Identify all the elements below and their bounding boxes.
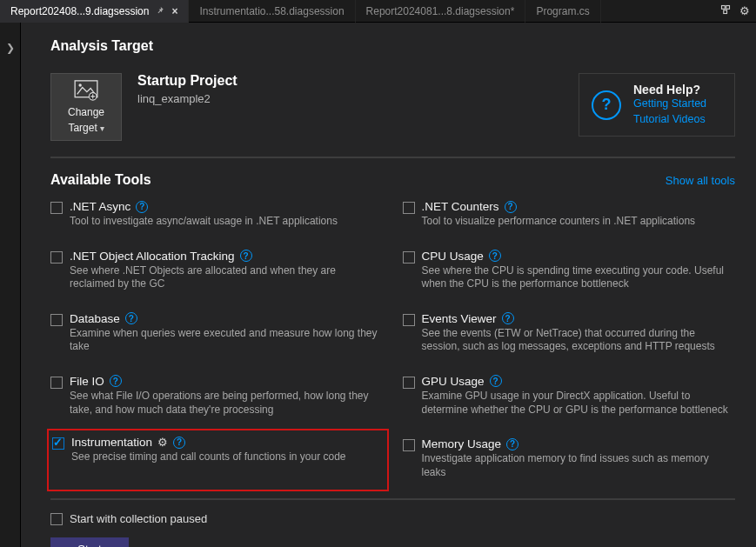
change-target-button[interactable]: Change Target — [50, 73, 122, 141]
expand-chevron-icon[interactable]: ❯ — [0, 42, 20, 54]
tool-checkbox-net-object-allocation-tracking[interactable] — [50, 251, 63, 263]
tool-gpu-usage: GPU Usage ?Examine GPU usage in your Dir… — [403, 371, 736, 420]
info-icon[interactable]: ? — [240, 250, 252, 262]
tool-checkbox-instrumentation[interactable] — [52, 437, 64, 450]
tool-events-viewer: Events Viewer ?See the events (ETW or Ne… — [403, 309, 736, 357]
tool-database: Database ?Examine when queries were exec… — [50, 309, 384, 357]
info-icon[interactable]: ? — [505, 201, 517, 213]
tool-checkbox-gpu-usage[interactable] — [403, 377, 415, 389]
tab-report-8[interactable]: Report2024081...8.diagsession* — [356, 0, 526, 23]
tab-label: Report2024081...8.diagsession* — [366, 5, 515, 17]
tool-checkbox-memory-usage[interactable] — [403, 439, 415, 451]
info-icon[interactable]: ? — [506, 438, 518, 450]
show-all-tools-link[interactable]: Show all tools — [666, 174, 735, 187]
tool-name: Instrumentation ⚙ ? — [71, 436, 382, 449]
tool-cpu-usage: CPU Usage ?See where the CPU is spending… — [403, 246, 736, 295]
tool-name: .NET Async ? — [70, 200, 384, 213]
window-menu-icon[interactable] — [718, 4, 733, 17]
help-title: Need Help? — [633, 83, 706, 97]
info-icon[interactable]: ? — [490, 375, 502, 387]
tool-name: Events Viewer ? — [422, 312, 736, 325]
tool-net-async: .NET Async ?Tool to investigate async/aw… — [50, 197, 384, 232]
tool-desc: See precise timing and call counts of fu… — [71, 450, 382, 464]
info-icon[interactable]: ? — [136, 201, 148, 213]
pin-icon[interactable] — [156, 5, 164, 17]
close-icon[interactable]: × — [171, 5, 177, 17]
help-link-getting-started[interactable]: Getting Started — [633, 97, 706, 112]
info-icon[interactable]: ? — [173, 437, 185, 449]
analysis-target-heading: Analysis Target — [50, 38, 735, 54]
tool-desc: See where .NET Objects are allocated and… — [70, 264, 384, 291]
info-icon[interactable]: ? — [489, 250, 501, 262]
tab-program-cs[interactable]: Program.cs — [525, 0, 600, 23]
svg-rect-2 — [724, 10, 727, 14]
svg-rect-0 — [722, 6, 726, 10]
target-image-icon — [74, 80, 98, 101]
tab-label: Instrumentatio...58.diagsession — [199, 5, 344, 17]
tool-name: Memory Usage ? — [422, 437, 736, 450]
tool-name: .NET Counters ? — [422, 200, 736, 213]
tool-checkbox-net-async[interactable] — [50, 202, 63, 214]
tool-instrumentation: Instrumentation ⚙ ?See precise timing an… — [47, 429, 389, 491]
analysis-target-row: Change Target Startup Project linq_examp… — [50, 64, 735, 158]
tool-checkbox-cpu-usage[interactable] — [403, 251, 415, 263]
change-target-label-1: Change — [68, 106, 104, 118]
tool-checkbox-database[interactable] — [50, 314, 63, 326]
target-subtitle: linq_example2 — [137, 92, 238, 105]
tool-desc: Examine when queries were executed and m… — [70, 327, 384, 354]
help-link-tutorial-videos[interactable]: Tutorial Videos — [633, 112, 706, 128]
tab-label: Report202408...9.diagsession — [10, 5, 149, 17]
tools-grid: .NET Async ?Tool to investigate async/aw… — [50, 197, 735, 500]
tool-memory-usage: Memory Usage ?Investigate application me… — [403, 434, 736, 483]
info-icon[interactable]: ? — [125, 312, 137, 324]
target-info: Startup Project linq_example2 — [137, 73, 238, 105]
left-gutter: ❯ — [0, 23, 21, 547]
tool-checkbox-events-viewer[interactable] — [403, 314, 415, 326]
tool-desc: See the events (ETW or NetTrace) that oc… — [422, 327, 736, 354]
gear-icon[interactable]: ⚙ — [157, 436, 168, 449]
start-button[interactable]: Start — [50, 537, 129, 547]
gear-icon[interactable]: ⚙ — [737, 4, 753, 17]
svg-point-4 — [78, 83, 81, 86]
tool-checkbox-file-io[interactable] — [50, 377, 63, 389]
tool-name: Database ? — [70, 312, 384, 325]
tool-file-io: File IO ?See what File I/O operations ar… — [50, 371, 384, 420]
start-paused-checkbox[interactable] — [50, 513, 63, 525]
tool-desc: Tool to visualize performance counters i… — [422, 215, 736, 229]
target-title: Startup Project — [137, 73, 238, 89]
tool-name: GPU Usage ? — [422, 375, 736, 388]
help-box: ? Need Help? Getting Started Tutorial Vi… — [579, 73, 735, 137]
tool-name: .NET Object Allocation Tracking ? — [70, 250, 384, 263]
tab-label: Program.cs — [536, 5, 589, 17]
change-target-label-2: Target — [68, 122, 104, 134]
tool-net-counters: .NET Counters ?Tool to visualize perform… — [403, 197, 736, 232]
tab-instrumentation-58[interactable]: Instrumentatio...58.diagsession — [189, 0, 355, 23]
info-icon[interactable]: ? — [110, 375, 122, 387]
info-icon[interactable]: ? — [502, 312, 514, 324]
start-paused-label: Start with collection paused — [70, 512, 207, 525]
tool-checkbox-net-counters[interactable] — [403, 202, 415, 214]
tab-bar: Report202408...9.diagsession × Instrumen… — [0, 0, 756, 23]
tab-report-9[interactable]: Report202408...9.diagsession × — [0, 0, 189, 23]
content-area: Analysis Target Change Target Startup Pr… — [21, 23, 756, 547]
tool-desc: Investigate application memory to find i… — [422, 452, 736, 479]
tool-desc: See where the CPU is spending time execu… — [422, 264, 736, 291]
help-question-icon: ? — [592, 90, 621, 120]
tool-net-object-allocation-tracking: .NET Object Allocation Tracking ?See whe… — [50, 246, 384, 295]
tool-desc: Tool to investigate async/await usage in… — [70, 215, 384, 229]
tool-desc: Examine GPU usage in your DirectX applic… — [422, 390, 736, 417]
svg-rect-1 — [726, 6, 730, 10]
tool-name: CPU Usage ? — [422, 250, 736, 263]
tool-name: File IO ? — [70, 375, 384, 388]
tool-desc: See what File I/O operations are being p… — [70, 390, 384, 417]
start-paused-row[interactable]: Start with collection paused — [50, 512, 735, 525]
available-tools-heading: Available Tools — [50, 172, 151, 188]
